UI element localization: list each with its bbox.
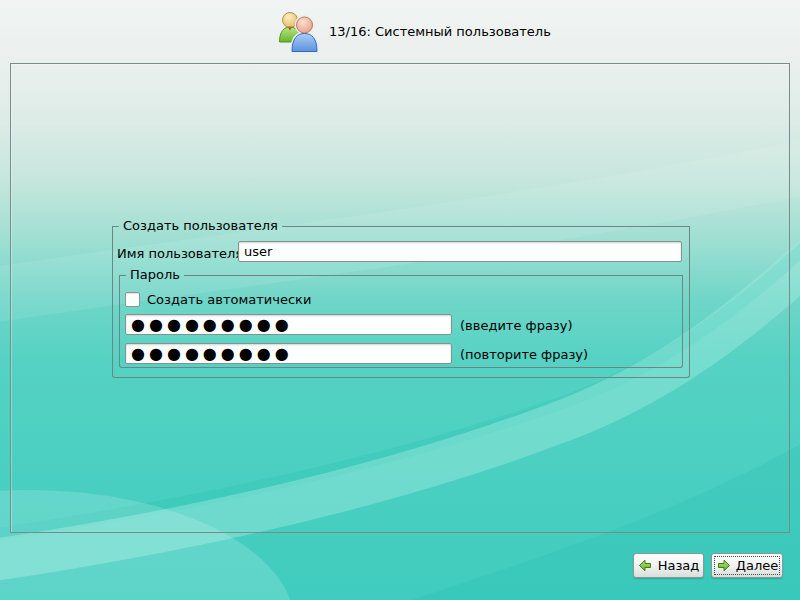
arrow-left-icon [638,558,653,573]
username-input[interactable] [238,241,682,262]
create-user-group-legend: Создать пользователя [119,218,282,234]
password-confirm-input[interactable] [125,343,452,364]
next-button-label: Далее [736,558,778,573]
password-group-border: Пароль [120,267,682,283]
username-label: Имя пользователя: [117,246,247,261]
wizard-screen: 13/16: Системный пользователь Создать по… [0,0,800,600]
password-group-legend: Пароль [126,267,184,283]
auto-password-checkbox[interactable] [125,292,140,307]
password-hint: (введите фразу) [460,318,573,333]
next-button[interactable]: Далее [711,553,783,578]
users-icon [276,10,322,54]
password-confirm-hint: (повторите фразу) [460,347,588,362]
create-user-group: Создать пользователя Имя пользователя: П… [112,226,690,378]
password-input[interactable] [125,314,452,335]
create-user-group-border: Создать пользователя [113,218,689,234]
step-title: 13/16: Системный пользователь [329,24,551,39]
back-button-label: Назад [658,558,700,573]
auto-password-label[interactable]: Создать автоматически [147,292,311,307]
arrow-right-icon [716,558,731,573]
back-button[interactable]: Назад [633,553,704,578]
password-group: Пароль Создать автоматически (введите фр… [119,275,683,368]
